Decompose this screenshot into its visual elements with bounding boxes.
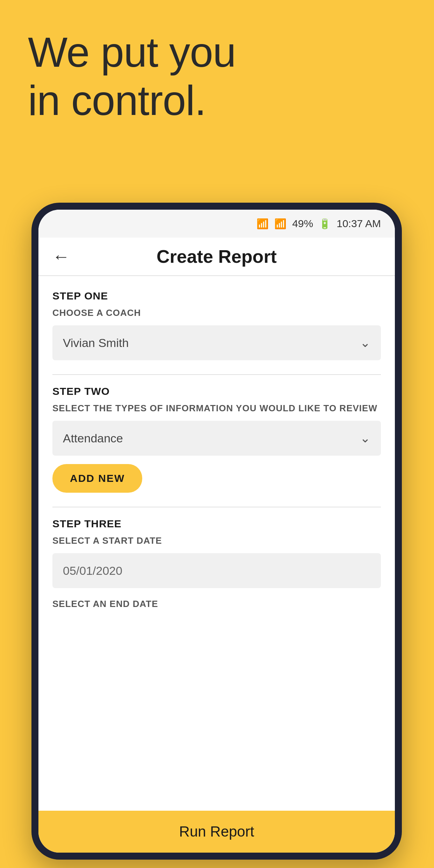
hero-line1: We put you [28, 28, 236, 76]
info-type-selected-value: Attendance [63, 432, 123, 445]
battery-percent: 49% [292, 218, 313, 230]
divider-1 [52, 374, 381, 375]
status-time: 10:37 AM [337, 218, 381, 230]
app-content: STEP ONE CHOOSE A COACH Vivian Smith ⌄ S… [38, 276, 395, 811]
hero-title: We put you in control. [28, 28, 236, 124]
battery-icon: 🔋 [319, 218, 331, 230]
phone-screen: 📶 📶 49% 🔋 10:37 AM ← Create Report STEP … [38, 210, 395, 853]
start-date-value: 05/01/2020 [63, 564, 122, 578]
page-title: Create Report [80, 246, 353, 267]
step-one-label: STEP ONE [52, 290, 381, 302]
hero-section: We put you in control. [28, 28, 236, 124]
coach-dropdown-arrow: ⌄ [360, 335, 370, 350]
status-bar: 📶 📶 49% 🔋 10:37 AM [38, 210, 395, 238]
step-two-label: STEP TWO [52, 385, 381, 397]
coach-selected-value: Vivian Smith [63, 336, 129, 350]
end-date-label: SELECT AN END DATE [52, 599, 381, 609]
back-button[interactable]: ← [52, 246, 70, 267]
run-report-label: Run Report [179, 823, 254, 840]
run-report-bar[interactable]: Run Report [38, 811, 395, 853]
start-date-field[interactable]: 05/01/2020 [52, 553, 381, 588]
step-three-label: STEP THREE [52, 518, 381, 530]
info-type-dropdown-arrow: ⌄ [360, 431, 370, 446]
step-three-section: STEP THREE SELECT A START DATE 05/01/202… [52, 518, 381, 609]
divider-2 [52, 507, 381, 507]
step-two-description: SELECT THE TYPES OF INFORMATION YOU WOUL… [52, 403, 381, 414]
signal-icon: 📶 [274, 218, 287, 230]
step-one-section: STEP ONE CHOOSE A COACH Vivian Smith ⌄ [52, 290, 381, 360]
add-new-label: ADD NEW [70, 472, 125, 484]
app-header: ← Create Report [38, 238, 395, 276]
coach-dropdown[interactable]: Vivian Smith ⌄ [52, 325, 381, 360]
hero-line2: in control. [28, 76, 236, 124]
wifi-icon: 📶 [256, 218, 269, 230]
step-one-description: CHOOSE A COACH [52, 308, 381, 318]
add-new-button[interactable]: ADD NEW [52, 464, 142, 493]
status-icons: 📶 📶 49% 🔋 10:37 AM [256, 218, 381, 230]
phone-frame: 📶 📶 49% 🔋 10:37 AM ← Create Report STEP … [31, 203, 402, 860]
info-type-dropdown[interactable]: Attendance ⌄ [52, 421, 381, 456]
start-date-label: SELECT A START DATE [52, 535, 381, 546]
step-two-section: STEP TWO SELECT THE TYPES OF INFORMATION… [52, 385, 381, 493]
